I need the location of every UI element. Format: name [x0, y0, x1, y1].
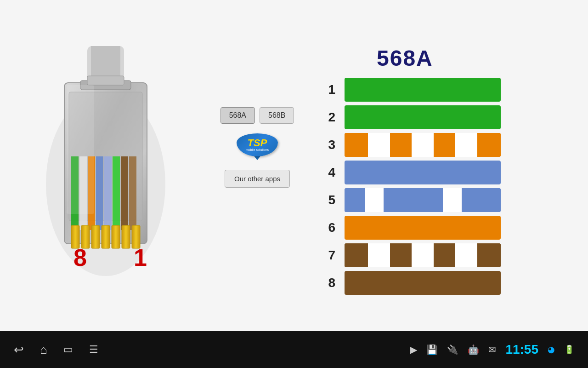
usb-icon[interactable]: 🔌 [447, 344, 458, 355]
svg-rect-11 [121, 156, 128, 230]
wire-row-4: 4 [322, 161, 501, 184]
standard-b-button[interactable]: 568B [260, 107, 294, 124]
wire-number-2: 2 [322, 110, 335, 125]
wire-bar-2 [345, 105, 501, 129]
other-apps-button[interactable]: Our other apps [225, 170, 290, 188]
battery-icon: 🔋 [564, 345, 574, 355]
svg-rect-10 [113, 156, 120, 230]
wire-bar-8 [345, 271, 501, 295]
middle-section: 568A 568B TSP mobile solutions Our other… [211, 107, 303, 188]
android-icon[interactable]: 🤖 [468, 344, 479, 355]
svg-rect-16 [102, 225, 110, 248]
svg-rect-17 [112, 225, 120, 248]
wiring-section: 568A 1 2 [303, 36, 588, 295]
wire-number-7: 7 [322, 248, 335, 263]
nav-right: ▶ 💾 🔌 🤖 ✉ 11:55 ◕ 🔋 [410, 342, 574, 357]
svg-rect-15 [91, 225, 100, 248]
wire-bar-5 [345, 188, 501, 212]
wire-diagram: 1 2 3 [322, 78, 501, 295]
svg-rect-9 [104, 156, 112, 230]
email-icon[interactable]: ✉ [488, 344, 496, 355]
tsp-brand-text: TSP [248, 138, 267, 148]
time-display: 11:55 [505, 342, 538, 357]
wire-row-3: 3 [322, 133, 501, 157]
main-content: 8 1 568A 568B TSP mobile solutions Our o… [0, 0, 588, 331]
wire-bar-7 [345, 243, 501, 267]
tsp-logo-badge: TSP mobile solutions [237, 133, 278, 156]
wire-bar-4 [345, 161, 501, 184]
wire-number-1: 1 [322, 82, 335, 97]
wire-number-5: 5 [322, 193, 335, 207]
wire-row-5: 5 [322, 188, 501, 212]
back-icon[interactable]: ↩ [14, 343, 24, 357]
wire-row-8: 8 [322, 271, 501, 295]
wire-number-6: 6 [322, 220, 335, 235]
standard-buttons: 568A 568B [220, 107, 294, 124]
standard-title: 568A [377, 46, 433, 71]
svg-rect-22 [67, 85, 94, 214]
wire-bar-3 [345, 133, 501, 157]
sd-card-icon[interactable]: 💾 [426, 344, 438, 355]
svg-rect-12 [129, 156, 136, 230]
connector-svg [37, 46, 175, 285]
pin-label-1: 1 [134, 244, 147, 271]
home-icon[interactable]: ⌂ [40, 343, 47, 357]
tsp-logo[interactable]: TSP mobile solutions [234, 133, 280, 161]
connector-section: 8 1 [0, 0, 211, 331]
tsp-subtitle: mobile solutions [246, 148, 269, 151]
wire-bar-1 [345, 78, 501, 102]
screen-record-icon[interactable]: ▶ [410, 344, 417, 355]
navigation-bar: ↩ ⌂ ▭ ☰ ▶ 💾 🔌 🤖 ✉ 11:55 ◕ 🔋 [0, 331, 588, 368]
wire-row-6: 6 [322, 216, 501, 240]
recent-apps-icon[interactable]: ▭ [63, 344, 73, 356]
wire-number-3: 3 [322, 138, 335, 152]
wire-row-7: 7 [322, 243, 501, 267]
standard-a-button[interactable]: 568A [220, 107, 255, 124]
connector-image: 8 1 [37, 46, 175, 285]
svg-rect-18 [122, 225, 130, 248]
wire-number-4: 4 [322, 165, 335, 180]
menu-icon[interactable]: ☰ [89, 344, 98, 356]
wire-row-1: 1 [322, 78, 501, 102]
svg-rect-21 [87, 76, 124, 85]
wire-bar-6 [345, 216, 501, 240]
nav-left: ↩ ⌂ ▭ ☰ [14, 343, 98, 357]
wire-number-8: 8 [322, 276, 335, 290]
svg-rect-8 [96, 156, 103, 230]
wire-row-2: 2 [322, 105, 501, 129]
pin-label-8: 8 [74, 244, 87, 271]
bluetooth-icon[interactable]: ◕ [548, 345, 555, 355]
